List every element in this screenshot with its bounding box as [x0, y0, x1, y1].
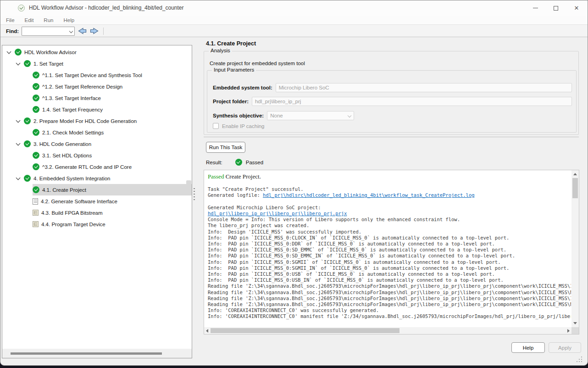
embedded-tool-field[interactable]: Microchip Libero SoC	[276, 83, 572, 92]
log-blank	[208, 320, 571, 326]
tree-item-1-1[interactable]: ^1.1. Set Target Device and Synthesis To…	[2, 69, 192, 81]
window-resize-grip[interactable]	[581, 361, 582, 362]
chevron-down-icon[interactable]	[15, 141, 22, 147]
embedded-tool-row: Embedded system tool: Microchip Libero S…	[213, 83, 572, 92]
menu-help[interactable]: Help	[59, 17, 79, 23]
log-line: Reading file 'Z:\34\sgannava.Bhdl_soc.j2…	[208, 283, 571, 289]
tree-item-prepare-model[interactable]: 2. Prepare Model For HDL Code Generation	[2, 115, 192, 127]
tree-item-label: HDL Workflow Advisor	[24, 50, 77, 55]
input-parameters-groupbox: Input Parameters Embedded system tool: M…	[207, 70, 577, 133]
check-circle-icon	[33, 106, 39, 113]
task-heading: 4.1. Create Project	[206, 40, 256, 47]
log-vscroll-thumb[interactable]	[572, 178, 578, 198]
check-circle-icon	[24, 117, 31, 124]
ip-caching-label: Enable IP caching	[222, 123, 265, 129]
logfile-link[interactable]: hdl_prj\hdlsrc\hdlcoder_led_blinking_4bi…	[263, 192, 474, 198]
tree-item-hdl-code-generation[interactable]: 3. HDL Code Generation	[2, 138, 192, 150]
check-circle-icon	[33, 72, 39, 78]
project-folder-field[interactable]: hdl_prj\libero_ip_prj	[252, 97, 572, 106]
chevron-down-icon	[69, 29, 73, 33]
minimize-icon	[533, 8, 538, 8]
tree-item-set-target[interactable]: 1. Set Target	[2, 58, 192, 69]
log-line: Console Mode = Info: This version of Lib…	[208, 217, 571, 223]
menu-run[interactable]: Run	[39, 17, 58, 23]
find-next-button[interactable]	[90, 28, 99, 34]
log-heading-rest: Create Project.	[224, 173, 261, 180]
workflow-tree-panel: HDL Workflow Advisor 1. Set Target ^1.1.…	[2, 45, 192, 358]
panel-splitter-handle[interactable]	[194, 188, 195, 201]
scroll-left-arrow-icon[interactable]	[206, 329, 208, 333]
menu-file[interactable]: File	[1, 17, 19, 23]
log-blank	[208, 199, 571, 205]
log-line: Reading file 'Z:\34\sgannava.Bhdl_soc.j2…	[208, 301, 571, 307]
menu-bar: File Edit Run Help	[0, 16, 588, 25]
find-toolbar: Find:	[0, 25, 588, 37]
workflow-tree: HDL Workflow Advisor 1. Set Target ^1.1.…	[2, 46, 192, 230]
log-vertical-scrollbar[interactable]	[571, 170, 579, 327]
tree-item-1-4[interactable]: 1.4. Set Target Frequency	[2, 104, 192, 115]
tree-item-4-3[interactable]: 4.3. Build FPGA Bitstream	[2, 207, 192, 218]
result-log-panel: Passed Create Project. Task "Create Proj…	[204, 170, 579, 335]
minimize-button[interactable]	[526, 0, 544, 16]
tree-item-label: 1. Set Target	[33, 61, 63, 67]
tree-item-root[interactable]: HDL Workflow Advisor	[2, 46, 192, 58]
log-line: Reading file 'Z:\34\sgannava.Bhdl_soc.j2…	[208, 296, 571, 301]
result-log-content: Passed Create Project. Task "Create Proj…	[208, 173, 571, 327]
tree-item-3-2[interactable]: ^3.2. Generate RTL Code and IP Core	[2, 161, 192, 173]
log-horizontal-scrollbar[interactable]	[204, 327, 571, 334]
title-bar[interactable]: HDL Workflow Advisor - hdlcoder_led_blin…	[0, 0, 588, 16]
passed-check-icon	[235, 159, 242, 166]
tree-item-label: 4. Embedded System Integration	[33, 176, 111, 181]
tree-item-label: 2. Prepare Model For HDL Code Generation	[33, 118, 137, 124]
tree-item-4-2[interactable]: 4.2. Generate Software Interface	[2, 195, 192, 207]
chevron-down-icon[interactable]	[15, 118, 22, 124]
synthesis-objective-dropdown[interactable]: None	[267, 111, 354, 120]
apply-button[interactable]: Apply	[549, 342, 581, 353]
log-line: Generated Microchip Libero SoC project:	[208, 205, 571, 211]
run-this-task-button[interactable]: Run This Task	[206, 142, 245, 153]
chevron-down-icon[interactable]	[6, 49, 12, 56]
window-title: HDL Workflow Advisor - hdlcoder_led_blin…	[29, 5, 184, 11]
tree-item-1-3[interactable]: ^1.3. Set Target Interface	[2, 92, 192, 104]
ip-caching-checkbox[interactable]	[213, 123, 219, 129]
log-line: hdl_prj\libero_ip_prj\libero_prj\libero_…	[208, 211, 571, 217]
toolbar-separator	[103, 28, 104, 35]
scroll-up-arrow-icon[interactable]	[573, 173, 577, 175]
synthesis-objective-value: None	[270, 113, 283, 118]
check-circle-icon	[33, 152, 39, 159]
project-file-link[interactable]: hdl_prj\libero_ip_prj\libero_prj\libero_…	[208, 211, 347, 216]
log-line: Info: PAD pin `ICICLE_MSS_0:USB` of `ICI…	[208, 271, 571, 277]
tree-horizontal-scrollbar[interactable]	[2, 349, 192, 358]
embedded-tool-label: Embedded system tool:	[213, 85, 272, 90]
chevron-down-icon[interactable]	[15, 61, 22, 67]
tree-item-4-1-create-project[interactable]: 4.1. Create Project	[2, 184, 192, 195]
log-line: Info: PAD pin `ICICLE_MSS_0:DDR` of `ICI…	[208, 241, 571, 247]
maximize-button[interactable]	[547, 0, 565, 16]
close-icon: ✕	[574, 5, 579, 11]
log-hscroll-thumb[interactable]	[211, 328, 399, 333]
tree-item-2-1[interactable]: 2.1. Check Model Settings	[2, 127, 192, 138]
log-line: Info: PAD pin `ICICLE_MSS_0:CLOCK_IN` of…	[208, 235, 571, 241]
scroll-down-arrow-icon[interactable]	[573, 322, 577, 324]
check-circle-icon	[15, 49, 22, 56]
menu-edit[interactable]: Edit	[20, 17, 39, 23]
synthesis-objective-label: Synthesis objective:	[213, 113, 264, 118]
help-button[interactable]: Help	[511, 342, 545, 353]
log-line: Task "Create Project" successful.	[208, 186, 571, 192]
tree-vscroll-thumb[interactable]	[186, 180, 191, 190]
close-button[interactable]: ✕	[567, 0, 586, 16]
find-combobox[interactable]	[22, 27, 75, 36]
tree-item-4-4[interactable]: 4.4. Program Target Device	[2, 218, 192, 230]
chevron-down-icon[interactable]	[15, 175, 22, 182]
find-previous-button[interactable]	[78, 28, 87, 34]
document-lines-dim-icon	[33, 221, 39, 227]
log-heading: Passed Create Project.	[208, 173, 571, 180]
tree-item-1-2[interactable]: ^1.2. Set Target Reference Design	[2, 81, 192, 92]
tree-item-embedded-system-integration[interactable]: 4. Embedded System Integration	[2, 173, 192, 184]
check-circle-icon	[24, 140, 31, 147]
tree-item-label: 3.1. Set HDL Options	[42, 153, 92, 158]
scroll-right-arrow-icon[interactable]	[567, 329, 570, 333]
tree-hscroll-thumb[interactable]	[11, 352, 162, 355]
tree-item-label: 2.1. Check Model Settings	[42, 130, 104, 135]
tree-item-3-1[interactable]: 3.1. Set HDL Options	[2, 150, 192, 161]
